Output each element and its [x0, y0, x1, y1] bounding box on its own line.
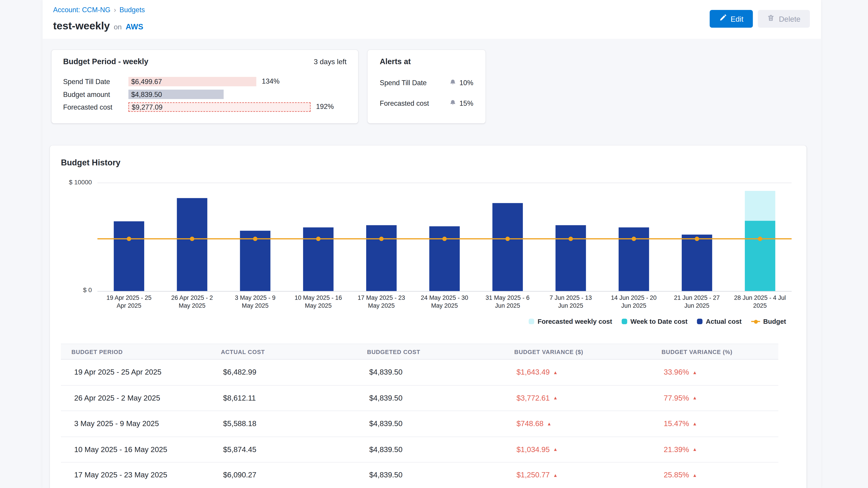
- x-axis-label: 26 Apr 2025 - 2 May 2025: [160, 294, 223, 309]
- trend-up-icon: ▲: [692, 473, 697, 478]
- cell-actual-cost: $8,612.11: [219, 394, 365, 402]
- budget-row-label: Forecasted cost: [52, 103, 128, 111]
- cell-budget-variance-pct: 33.96%▲: [659, 368, 778, 377]
- title-row: test-weekly on AWS: [53, 20, 143, 32]
- budget-line-swatch-icon: [751, 321, 760, 322]
- trend-up-icon: ▲: [692, 447, 697, 452]
- cell-budget-variance-pct: 77.95%▲: [659, 394, 778, 402]
- budget-history-table: BUDGET PERIODACTUAL COSTBUDGETED COSTBUD…: [61, 344, 778, 488]
- cell-budget-variance-usd: $3,772.61▲: [512, 394, 659, 402]
- alert-threshold: 10%: [460, 79, 473, 87]
- cell-budget-period: 10 May 2025 - 16 May 2025: [61, 445, 219, 454]
- budget-row-track: $4,839.50: [128, 90, 358, 99]
- budget-history-title: Budget History: [61, 158, 120, 167]
- table-header-cell: BUDGET VARIANCE ($): [512, 348, 659, 355]
- cell-budget-variance-usd: $748.68▲: [512, 420, 659, 428]
- table-row: 19 Apr 2025 - 25 Apr 2025$6,482.99$4,839…: [61, 360, 778, 385]
- cloud-provider-label: AWS: [126, 22, 143, 31]
- cell-budget-period: 3 May 2025 - 9 May 2025: [61, 420, 219, 428]
- x-axis-label: 21 Jun 2025 - 27 Jun 2025: [665, 294, 728, 309]
- legend-swatch-icon: [622, 319, 627, 324]
- trend-up-icon: ▲: [692, 421, 697, 426]
- budget-period-title: Budget Period - weekly: [63, 57, 148, 66]
- cell-budget-period: 26 Apr 2025 - 2 May 2025: [61, 394, 219, 402]
- legend-swatch-icon: [697, 319, 702, 324]
- alerts-card: Alerts at Spend Till Date10%Forecasted c…: [368, 50, 486, 123]
- trend-up-icon: ▲: [692, 369, 697, 375]
- breadcrumb-account-link[interactable]: Account: CCM-NG: [53, 6, 110, 13]
- cell-budgeted-cost: $4,839.50: [365, 445, 512, 454]
- cell-actual-cost: $6,482.99: [219, 368, 365, 377]
- alert-row: Spend Till Date10%: [368, 77, 486, 89]
- budget-period-row: Forecasted cost$9,277.09192%: [52, 102, 358, 112]
- y-axis-tick-max: $ 10000: [59, 179, 92, 185]
- x-axis-label: 24 May 2025 - 30 May 2025: [413, 294, 476, 309]
- budget-history-card: Budget History $ 10000 $ 0 19 Apr 2025 -…: [50, 145, 807, 488]
- cell-budget-variance-pct: 15.47%▲: [659, 420, 778, 428]
- trend-up-icon: ▲: [553, 473, 558, 478]
- table-row: 3 May 2025 - 9 May 2025$5,588.18$4,839.5…: [61, 411, 778, 437]
- budget-row-value: $4,839.50: [131, 90, 162, 98]
- bell-icon: [450, 78, 456, 88]
- budget-period-row: Spend Till Date$6,499.67134%: [52, 77, 358, 86]
- budget-period-rows: Spend Till Date$6,499.67134%Budget amoun…: [52, 77, 358, 115]
- cell-budgeted-cost: $4,839.50: [365, 420, 512, 428]
- table-header-row: BUDGET PERIODACTUAL COSTBUDGETED COSTBUD…: [61, 344, 778, 360]
- budget-line: [97, 183, 792, 291]
- x-axis-label: 14 Jun 2025 - 20 Jun 2025: [602, 294, 665, 309]
- edit-button-label: Edit: [731, 15, 743, 23]
- alert-rows: Spend Till Date10%Forecasted cost15%: [368, 77, 486, 119]
- cell-actual-cost: $5,588.18: [219, 420, 365, 428]
- table-header-cell: ACTUAL COST: [219, 348, 365, 355]
- budget-row-label: Budget amount: [52, 90, 128, 98]
- trend-up-icon: ▲: [553, 369, 558, 375]
- budget-period-card: Budget Period - weekly 3 days left Spend…: [52, 50, 358, 123]
- x-axis-labels: 19 Apr 2025 - 25 Apr 202526 Apr 2025 - 2…: [97, 294, 792, 309]
- trend-up-icon: ▲: [547, 421, 552, 426]
- budget-row-bar: $4,839.50: [128, 90, 223, 99]
- legend-item-forecasted-weekly-cost[interactable]: Forecasted weekly cost: [529, 318, 612, 325]
- legend-swatch-icon: [529, 319, 534, 324]
- delete-button[interactable]: Delete: [758, 10, 810, 28]
- cell-budget-variance-pct: 21.39%▲: [659, 445, 778, 454]
- cell-budgeted-cost: $4,839.50: [365, 368, 512, 377]
- budget-row-percent: 134%: [262, 77, 279, 85]
- cell-budget-variance-pct: 25.85%▲: [659, 471, 778, 480]
- table-row: 17 May 2025 - 23 May 2025$6,090.27$4,839…: [61, 462, 778, 488]
- trash-icon: [767, 14, 774, 23]
- breadcrumb: Account: CCM-NG › Budgets: [53, 5, 145, 14]
- budget-row-bar: $6,499.67: [128, 77, 256, 86]
- table-header-cell: BUDGET VARIANCE (%): [659, 348, 778, 355]
- legend-item-actual-cost[interactable]: Actual cost: [697, 318, 742, 325]
- legend-label: Actual cost: [706, 318, 741, 325]
- legend-label: Forecasted weekly cost: [537, 318, 612, 325]
- cell-budget-variance-usd: $1,250.77▲: [512, 471, 659, 480]
- legend-item-budget[interactable]: Budget: [751, 318, 786, 325]
- alert-threshold: 15%: [460, 100, 473, 107]
- chart-legend: Forecasted weekly costWeek to Date costA…: [529, 318, 786, 325]
- table-row: 10 May 2025 - 16 May 2025$5,874.45$4,839…: [61, 437, 778, 462]
- alert-row: Forecasted cost15%: [368, 98, 486, 109]
- legend-item-week-to-date-cost[interactable]: Week to Date cost: [622, 318, 688, 325]
- page-title: test-weekly: [53, 20, 110, 32]
- legend-label: Budget: [763, 318, 786, 325]
- alerts-title: Alerts at: [380, 57, 411, 66]
- cell-budgeted-cost: $4,839.50: [365, 394, 512, 402]
- cell-budget-variance-usd: $1,643.49▲: [512, 368, 659, 377]
- x-axis-label: 7 Jun 2025 - 13 Jun 2025: [539, 294, 602, 309]
- table-header-cell: BUDGETED COST: [365, 348, 512, 355]
- edit-button[interactable]: Edit: [710, 10, 753, 28]
- x-axis-label: 28 Jun 2025 - 4 Jul 2025: [728, 294, 792, 309]
- breadcrumb-budgets-link[interactable]: Budgets: [120, 6, 145, 13]
- cell-budget-period: 19 Apr 2025 - 25 Apr 2025: [61, 368, 219, 377]
- alert-row-label: Forecasted cost: [380, 100, 450, 107]
- breadcrumb-separator-icon: ›: [114, 5, 116, 14]
- x-axis-label: 19 Apr 2025 - 25 Apr 2025: [97, 294, 160, 309]
- app-root: Account: CCM-NG › Budgets test-weekly on…: [0, 0, 868, 488]
- trend-up-icon: ▲: [553, 447, 558, 452]
- budget-row-label: Spend Till Date: [52, 78, 128, 86]
- days-left-label: 3 days left: [314, 57, 346, 66]
- trend-up-icon: ▲: [692, 395, 697, 400]
- budget-row-bar: $9,277.09: [128, 102, 311, 112]
- alert-row-label: Spend Till Date: [380, 79, 450, 87]
